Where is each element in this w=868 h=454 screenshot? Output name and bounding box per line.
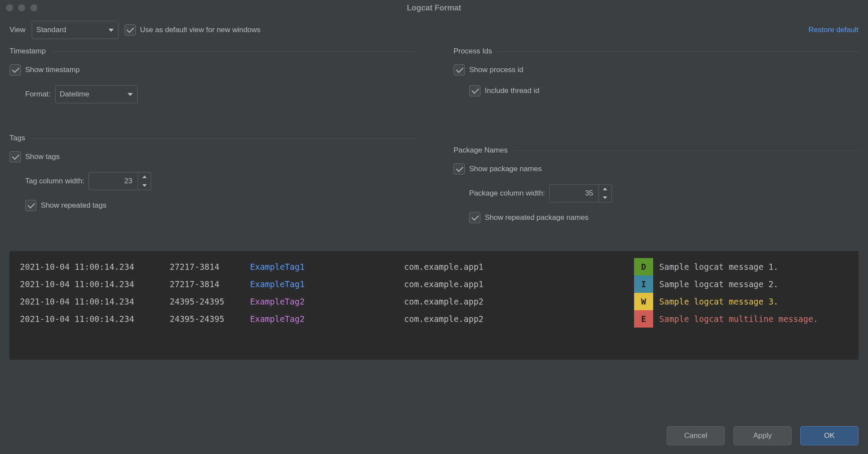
- spinner-up-icon[interactable]: [138, 172, 151, 181]
- spinner-down-icon[interactable]: [599, 193, 612, 202]
- log-package: com.example.app1: [404, 258, 634, 275]
- log-package: com.example.app2: [404, 293, 634, 310]
- tags-section: Tags Show tags Tag column width: 23: [10, 134, 414, 211]
- cancel-button[interactable]: Cancel: [667, 426, 725, 445]
- format-dropdown[interactable]: Datetime: [55, 85, 138, 103]
- timestamp-section: Timestamp Show timestamp Format: Datetim…: [10, 47, 414, 103]
- check-icon: [469, 212, 480, 223]
- log-pid: 27217-3814: [170, 258, 250, 275]
- chevron-down-icon: [128, 93, 133, 96]
- spinner-up-icon[interactable]: [599, 185, 612, 193]
- log-tag: ExampleTag1: [250, 275, 404, 293]
- check-icon: [25, 200, 36, 211]
- log-row: 2021-10-04 11:00:14.23424395-24395Exampl…: [20, 293, 848, 310]
- settings-body: Timestamp Show timestamp Format: Datetim…: [0, 43, 868, 244]
- log-timestamp: 2021-10-04 11:00:14.234: [20, 258, 170, 275]
- log-package: com.example.app1: [404, 275, 634, 293]
- check-icon: [454, 64, 465, 76]
- window-title: Logcat Format: [0, 3, 868, 13]
- spinner-down-icon[interactable]: [138, 181, 151, 190]
- divider: [498, 51, 858, 52]
- package-heading: Package Names: [454, 146, 508, 155]
- log-pid: 24395-24395: [170, 293, 250, 310]
- log-preview: 2021-10-04 11:00:14.23427217-3814Example…: [10, 251, 858, 360]
- titlebar: Logcat Format: [0, 0, 868, 16]
- package-width-value: 35: [550, 185, 598, 202]
- tag-width-label: Tag column width:: [25, 177, 84, 186]
- log-pid: 24395-24395: [170, 310, 250, 328]
- view-bar: View Standard Use as default view for ne…: [0, 16, 868, 43]
- apply-button[interactable]: Apply: [733, 426, 792, 445]
- package-width-label: Package column width:: [469, 189, 545, 198]
- tag-width-spinner[interactable]: 23: [89, 172, 151, 190]
- divider: [31, 138, 414, 139]
- restore-default-link[interactable]: Restore default: [809, 26, 858, 34]
- divider: [514, 150, 858, 151]
- check-icon: [469, 85, 480, 96]
- view-dropdown[interactable]: Standard: [32, 21, 118, 39]
- show-process-id-checkbox[interactable]: Show process id: [454, 64, 523, 76]
- show-package-names-label: Show package names: [469, 165, 542, 173]
- check-icon: [454, 163, 465, 175]
- log-message: Sample logcat message 1.: [659, 258, 820, 275]
- log-message: Sample logcat multiline message.: [659, 310, 820, 328]
- include-thread-id-checkbox[interactable]: Include thread id: [469, 85, 539, 96]
- log-timestamp: 2021-10-04 11:00:14.234: [20, 293, 170, 310]
- tag-width-value: 23: [89, 172, 138, 190]
- right-column: Process Ids Show process id Include thre…: [454, 47, 858, 244]
- log-tag: ExampleTag1: [250, 258, 404, 275]
- show-repeated-packages-label: Show repeated package names: [485, 213, 589, 222]
- log-pid: 27217-3814: [170, 275, 250, 293]
- check-icon: [10, 64, 21, 76]
- show-timestamp-checkbox[interactable]: Show timestamp: [10, 64, 80, 76]
- format-label: Format:: [25, 90, 51, 99]
- log-message: Sample logcat message 3.: [659, 293, 820, 310]
- package-section: Package Names Show package names Package…: [454, 146, 858, 223]
- show-repeated-tags-checkbox[interactable]: Show repeated tags: [25, 200, 106, 211]
- show-timestamp-label: Show timestamp: [25, 66, 80, 74]
- use-default-label: Use as default view for new windows: [140, 26, 261, 34]
- show-repeated-packages-checkbox[interactable]: Show repeated package names: [469, 212, 589, 223]
- left-column: Timestamp Show timestamp Format: Datetim…: [10, 47, 414, 244]
- divider: [52, 51, 414, 52]
- timestamp-heading: Timestamp: [10, 47, 46, 56]
- check-icon: [10, 151, 21, 162]
- show-tags-label: Show tags: [25, 152, 59, 161]
- log-level-badge: I: [634, 275, 653, 293]
- log-timestamp: 2021-10-04 11:00:14.234: [20, 275, 170, 293]
- check-icon: [125, 24, 136, 36]
- log-level-badge: W: [634, 293, 653, 310]
- view-dropdown-value: Standard: [36, 26, 66, 34]
- dialog-footer: Cancel Apply OK: [667, 426, 858, 445]
- show-package-names-checkbox[interactable]: Show package names: [454, 163, 542, 175]
- log-tag: ExampleTag2: [250, 293, 404, 310]
- include-thread-id-label: Include thread id: [485, 86, 539, 95]
- tags-heading: Tags: [10, 134, 25, 142]
- view-label: View: [10, 26, 26, 34]
- log-message: Sample logcat message 2.: [659, 275, 820, 293]
- package-width-spinner[interactable]: 35: [549, 184, 612, 202]
- show-repeated-tags-label: Show repeated tags: [41, 201, 106, 210]
- show-tags-checkbox[interactable]: Show tags: [10, 151, 59, 162]
- log-level-badge: D: [634, 258, 653, 275]
- log-tag: ExampleTag2: [250, 310, 404, 328]
- chevron-down-icon: [108, 29, 114, 32]
- log-row: 2021-10-04 11:00:14.23424395-24395Exampl…: [20, 310, 848, 328]
- format-dropdown-value: Datetime: [60, 90, 89, 99]
- ok-button[interactable]: OK: [800, 426, 858, 445]
- log-timestamp: 2021-10-04 11:00:14.234: [20, 310, 170, 328]
- log-package: com.example.app2: [404, 310, 634, 328]
- log-row: 2021-10-04 11:00:14.23427217-3814Example…: [20, 258, 848, 275]
- log-level-badge: E: [634, 310, 653, 328]
- log-row: 2021-10-04 11:00:14.23427217-3814Example…: [20, 275, 848, 293]
- show-process-id-label: Show process id: [469, 66, 523, 74]
- use-default-checkbox[interactable]: Use as default view for new windows: [125, 24, 261, 36]
- process-heading: Process Ids: [454, 47, 492, 56]
- process-section: Process Ids Show process id Include thre…: [454, 47, 858, 96]
